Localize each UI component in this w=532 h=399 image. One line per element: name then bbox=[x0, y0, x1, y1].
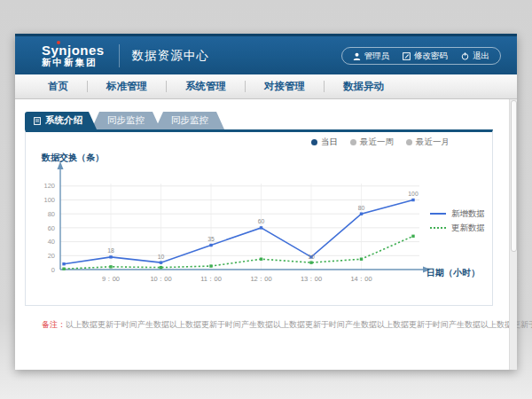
admin-user-button[interactable]: 管理员 bbox=[353, 51, 390, 62]
change-password-button[interactable]: 修改密码 bbox=[403, 51, 448, 62]
legend-item-new-data[interactable]: 新增数据 bbox=[430, 207, 487, 221]
nav-item-data-change[interactable]: 数据异动 bbox=[325, 80, 403, 93]
user-icon bbox=[353, 52, 361, 60]
note-prefix: 备注： bbox=[42, 320, 66, 329]
radio-dot-icon bbox=[350, 139, 356, 145]
x-axis-title: 日期（小时） bbox=[426, 267, 480, 279]
svg-text:120: 120 bbox=[43, 182, 55, 190]
radio-label: 最近一月 bbox=[416, 137, 450, 148]
tab-label: 同步监控 bbox=[107, 114, 145, 127]
svg-text:11：00: 11：00 bbox=[200, 275, 222, 283]
period-radio-group: 当日 最近一周 最近一月 bbox=[311, 137, 450, 148]
note-text: 以上数据更新于时间产生数据以上数据更新于时间产生数据以上数据更新于时间产生数据以… bbox=[66, 320, 532, 329]
svg-text:60: 60 bbox=[258, 218, 265, 224]
vertical-scrollbar[interactable] bbox=[509, 99, 517, 370]
tab-sync-monitor-2[interactable]: 同步监控 bbox=[155, 112, 224, 129]
footer-note: 备注：以上数据更新于时间产生数据以上数据更新于时间产生数据以上数据更新于时间产生… bbox=[42, 319, 532, 331]
svg-text:100: 100 bbox=[408, 191, 419, 197]
user-menu: 管理员 修改密码 退出 bbox=[341, 47, 502, 65]
logout-button[interactable]: 退出 bbox=[461, 51, 489, 62]
main-nav: 首页 标准管理 系统管理 对接管理 数据异动 bbox=[15, 74, 517, 99]
line-chart: 0204060801001209：0010：0011：0012：0013：001… bbox=[26, 159, 487, 292]
legend-label: 新增数据 bbox=[451, 208, 485, 220]
radio-last-week[interactable]: 最近一周 bbox=[350, 137, 394, 148]
tab-bar: 系统介绍 同步监控 同步监控 bbox=[25, 112, 224, 129]
scrollbar-thumb[interactable] bbox=[511, 100, 517, 252]
content-area: 系统介绍 同步监控 同步监控 当日 最近一周 bbox=[15, 99, 517, 370]
svg-text:18: 18 bbox=[107, 247, 114, 254]
change-password-label: 修改密码 bbox=[414, 51, 448, 62]
logout-label: 退出 bbox=[473, 51, 489, 62]
legend-label: 更新数据 bbox=[451, 223, 485, 234]
legend-item-updated-data[interactable]: 更新数据 bbox=[430, 221, 487, 235]
svg-text:35: 35 bbox=[207, 236, 215, 242]
desktop-background: Synjones 新中新集团 数据资源中心 管理员 修改密码 退出 bbox=[0, 0, 532, 399]
edit-icon bbox=[403, 52, 411, 60]
tab-label: 同步监控 bbox=[171, 114, 208, 127]
svg-text:9：00: 9：00 bbox=[102, 275, 120, 283]
radio-label: 最近一周 bbox=[360, 137, 394, 148]
svg-text:20: 20 bbox=[48, 252, 55, 260]
tab-sync-monitor-1[interactable]: 同步监控 bbox=[91, 112, 160, 129]
power-icon bbox=[461, 52, 469, 60]
svg-text:10：00: 10：00 bbox=[150, 275, 171, 283]
tab-system-intro[interactable]: 系统介绍 bbox=[25, 112, 97, 129]
radio-today[interactable]: 当日 bbox=[311, 137, 338, 148]
company-logo: Synjones 新中新集团 bbox=[42, 43, 105, 67]
chart-legend: 新增数据 更新数据 bbox=[430, 207, 487, 235]
radio-label: 当日 bbox=[321, 137, 338, 148]
nav-item-home[interactable]: 首页 bbox=[29, 80, 87, 93]
svg-text:0: 0 bbox=[51, 266, 55, 274]
app-header: Synjones 新中新集团 数据资源中心 管理员 修改密码 退出 bbox=[15, 34, 517, 74]
green-dotted-line-icon bbox=[430, 227, 446, 229]
admin-user-label: 管理员 bbox=[364, 51, 390, 62]
app-window: Synjones 新中新集团 数据资源中心 管理员 修改密码 退出 bbox=[15, 34, 517, 370]
svg-text:12：00: 12：00 bbox=[250, 275, 271, 283]
svg-text:10: 10 bbox=[308, 254, 315, 260]
svg-text:100: 100 bbox=[43, 196, 55, 204]
chart-panel: 当日 最近一周 最近一月 数据交换（条） 0204060801001209：00… bbox=[25, 129, 493, 306]
svg-text:40: 40 bbox=[48, 238, 55, 246]
logo-line2: 新中新集团 bbox=[42, 58, 105, 67]
logo-line1: Synjones bbox=[42, 43, 105, 58]
nav-item-interface-mgmt[interactable]: 对接管理 bbox=[246, 80, 324, 93]
tab-label: 系统介绍 bbox=[45, 114, 82, 127]
radio-last-month[interactable]: 最近一月 bbox=[406, 137, 450, 148]
blue-line-icon bbox=[430, 213, 446, 215]
radio-dot-icon bbox=[311, 139, 317, 145]
nav-item-standard-mgmt[interactable]: 标准管理 bbox=[88, 80, 166, 93]
svg-text:80: 80 bbox=[358, 205, 365, 211]
svg-text:13：00: 13：00 bbox=[301, 275, 322, 283]
svg-text:10: 10 bbox=[158, 254, 165, 260]
radio-dot-icon bbox=[406, 139, 412, 145]
document-icon bbox=[34, 117, 41, 125]
svg-text:60: 60 bbox=[48, 224, 55, 232]
page-title: 数据资源中心 bbox=[132, 48, 209, 64]
header-divider bbox=[119, 44, 120, 67]
nav-item-system-mgmt[interactable]: 系统管理 bbox=[167, 80, 245, 93]
svg-text:80: 80 bbox=[48, 210, 55, 218]
svg-text:14：00: 14：00 bbox=[350, 275, 372, 283]
